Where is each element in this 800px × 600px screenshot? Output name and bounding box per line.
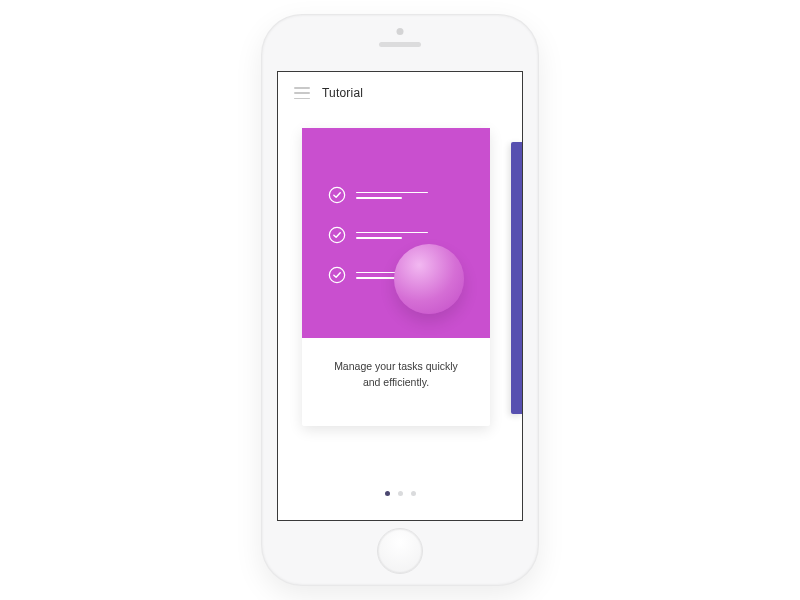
page-dot-3[interactable] (411, 491, 416, 496)
card-caption: Manage your tasks quicklyand efficiently… (302, 338, 490, 391)
app-screen: Tutorial (277, 71, 523, 521)
sphere-icon (394, 244, 464, 314)
tutorial-carousel[interactable]: Manage your tasks quicklyand efficiently… (278, 128, 522, 468)
phone-speaker (379, 42, 421, 47)
text-line-icon (356, 232, 428, 239)
svg-point-0 (329, 187, 344, 202)
page-dot-2[interactable] (398, 491, 403, 496)
menu-icon[interactable] (294, 87, 310, 99)
page-indicator (278, 491, 522, 496)
home-button[interactable] (377, 528, 423, 574)
check-circle-icon (328, 266, 346, 284)
phone-camera-dot (397, 28, 404, 35)
phone-frame: Tutorial (262, 15, 538, 585)
tutorial-card[interactable]: Manage your tasks quicklyand efficiently… (302, 128, 490, 426)
text-line-icon (356, 192, 428, 199)
svg-point-2 (329, 267, 344, 282)
next-card-peek[interactable] (511, 142, 523, 414)
check-circle-icon (328, 186, 346, 204)
page-title: Tutorial (322, 86, 363, 100)
page-dot-1[interactable] (385, 491, 390, 496)
check-circle-icon (328, 226, 346, 244)
svg-point-1 (329, 227, 344, 242)
card-illustration (302, 128, 490, 338)
app-header: Tutorial (278, 72, 522, 108)
